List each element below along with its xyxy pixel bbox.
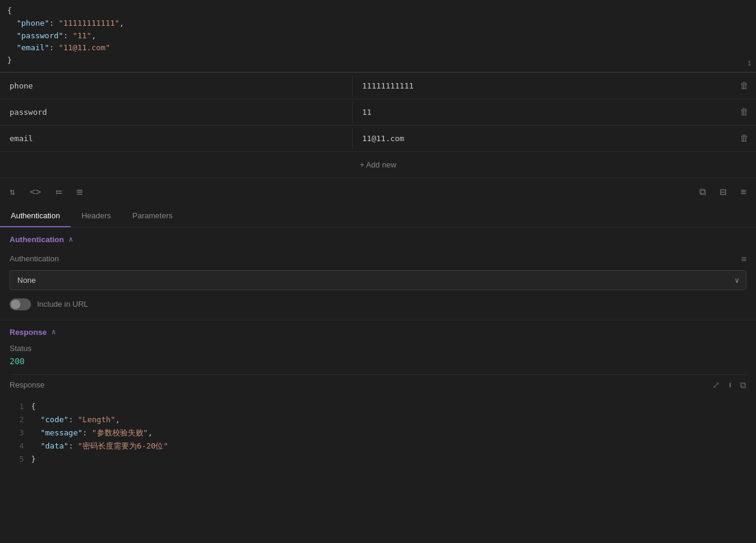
add-new-button[interactable]: + Add new — [360, 160, 396, 169]
delete-email-button[interactable]: 🗑 — [733, 128, 756, 148]
tabs-bar: Authentication Headers Parameters — [0, 205, 756, 228]
form-section: phone 11111111111 🗑 password 11 🗑 email … — [0, 72, 756, 178]
sort-icon[interactable]: ⇅ — [7, 184, 18, 200]
authentication-label-row: Authentication ≡ — [10, 254, 746, 264]
tab-headers[interactable]: Headers — [71, 205, 121, 227]
add-new-row: + Add new — [0, 151, 756, 178]
line-number: 5 — [10, 453, 31, 466]
code-line-5: 5 } — [10, 453, 746, 466]
line-number: 2 — [10, 413, 31, 426]
copy-icon[interactable]: ⧉ — [697, 184, 708, 200]
field-name-password: password — [0, 102, 353, 123]
authentication-label: Authentication — [10, 254, 59, 263]
auth-select-wrapper: None Basic Auth Bearer Token OAuth 2.0 ∨ — [10, 270, 746, 290]
json-editor[interactable]: { "phone": "11111111111", "password": "1… — [0, 0, 756, 72]
delete-phone-button[interactable]: 🗑 — [733, 75, 756, 96]
toolbar: ⇅ <> ≔ ≡ ⧉ ⊟ ≡ — [0, 178, 756, 205]
response-label: Response — [10, 380, 45, 389]
toolbar-right: ⧉ ⊟ ≡ — [697, 183, 749, 200]
authentication-section-title: Authentication — [10, 235, 64, 244]
response-header[interactable]: Response ∧ — [0, 321, 756, 344]
include-url-toggle[interactable] — [10, 298, 31, 310]
table-row: password 11 🗑 — [0, 99, 756, 125]
field-name-phone: phone — [0, 75, 353, 96]
code-line-4: 4 "data": "密码长度需要为6-20位" — [10, 440, 746, 453]
response-code-block: 1 { 2 "code": "Length", 3 "message": "参数… — [10, 395, 746, 471]
line-number: 4 — [10, 440, 31, 453]
line-number: 3 — [10, 426, 31, 440]
response-body: Status 200 Response ⤢ ⬇ ⧉ 1 { 2 "code": … — [0, 344, 756, 480]
authentication-body: Authentication ≡ None Basic Auth Bearer … — [0, 251, 756, 320]
field-name-email: email — [0, 128, 353, 149]
table-row: phone 11111111111 🗑 — [0, 72, 756, 99]
response-section: Response ∧ Status 200 Response ⤢ ⬇ ⧉ 1 {… — [0, 320, 756, 480]
response-actions: ⤢ ⬇ ⧉ — [712, 380, 746, 391]
status-label: Status — [10, 344, 746, 353]
delete-password-button[interactable]: 🗑 — [733, 102, 756, 122]
include-url-row: Include in URL — [10, 298, 746, 310]
toggle-knob — [11, 300, 20, 309]
json-content: { "phone": "11111111111", "password": "1… — [7, 5, 749, 67]
add-list-icon[interactable]: ≔ — [53, 183, 65, 200]
include-url-label: Include in URL — [37, 300, 88, 309]
response-section-title: Response — [10, 328, 47, 337]
toolbar-left: ⇅ <> ≔ ≡ — [7, 183, 687, 200]
code-icon[interactable]: <> — [27, 184, 44, 200]
response-chevron-icon: ∧ — [51, 328, 56, 336]
check-list-icon[interactable]: ≡ — [74, 183, 85, 200]
menu-icon[interactable]: ≡ — [738, 184, 749, 200]
authentication-chevron-icon: ∧ — [69, 235, 73, 243]
copy-response-icon[interactable]: ⧉ — [740, 380, 746, 391]
tab-authentication[interactable]: Authentication — [0, 205, 71, 227]
auth-type-select[interactable]: None Basic Auth Bearer Token OAuth 2.0 — [10, 270, 746, 290]
response-label-row: Response ⤢ ⬇ ⧉ — [10, 374, 746, 395]
scroll-indicator: ↕ — [746, 57, 752, 68]
code-line-3: 3 "message": "参数校验失败", — [10, 426, 746, 440]
field-value-phone[interactable]: 11111111111 — [353, 75, 733, 96]
field-value-password[interactable]: 11 — [353, 102, 733, 123]
authentication-menu-icon[interactable]: ≡ — [741, 254, 746, 264]
save-icon[interactable]: ⊟ — [718, 183, 729, 200]
expand-icon[interactable]: ⤢ — [712, 380, 720, 391]
download-icon[interactable]: ⬇ — [727, 380, 733, 391]
field-value-email[interactable]: 11@11.com — [353, 128, 733, 149]
line-number: 1 — [10, 400, 31, 413]
tab-parameters[interactable]: Parameters — [122, 205, 183, 227]
authentication-section: Authentication ∧ Authentication ≡ None B… — [0, 228, 756, 320]
status-value: 200 — [10, 356, 746, 366]
code-line-1: 1 { — [10, 400, 746, 413]
code-line-2: 2 "code": "Length", — [10, 413, 746, 426]
authentication-header[interactable]: Authentication ∧ — [0, 228, 756, 251]
table-row: email 11@11.com 🗑 — [0, 125, 756, 151]
